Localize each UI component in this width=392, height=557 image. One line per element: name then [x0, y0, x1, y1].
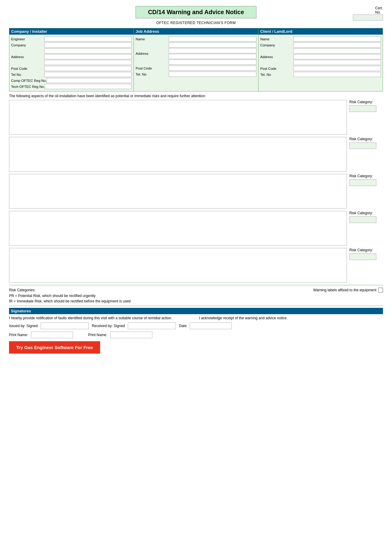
job-address-input-3[interactable]	[169, 54, 256, 59]
issued-label: Issued by: Signed	[9, 324, 38, 328]
risk-footer: Risk Categories: Warning labels affixed …	[9, 285, 383, 306]
risk-categories-label: Risk Categories:	[9, 288, 35, 292]
risk-category-input-4[interactable]	[349, 216, 376, 223]
risk-category-input-5[interactable]	[349, 253, 376, 260]
risk-textarea-2[interactable]	[9, 137, 347, 172]
tel-label: Tel No.	[11, 73, 44, 76]
tel-row: Tel No.	[11, 72, 132, 77]
issued-signed-input[interactable]	[41, 323, 89, 329]
received-label: Received by: Signed	[92, 324, 125, 328]
engineer-input[interactable]	[44, 36, 132, 42]
risk-block-1: Risk Category:	[9, 100, 383, 135]
address-row: Address	[11, 48, 132, 65]
client-company-input[interactable]	[293, 42, 381, 48]
ir-text: IR = Immediate Risk, which should be rec…	[9, 299, 383, 303]
cert-number-input[interactable]	[353, 14, 383, 20]
print-name-input-1[interactable]	[31, 332, 73, 338]
client-postcode-input[interactable]	[293, 66, 381, 71]
client-address-input-3[interactable]	[293, 60, 381, 65]
job-name-label: Name	[136, 37, 169, 41]
warning-labels-text: Warning labels affixed to the equipment	[313, 288, 376, 292]
header-row: CD/14 Warning and Advice Notice Cert.No.	[9, 6, 383, 18]
risk-category-label-1: Risk Category:	[349, 100, 373, 104]
client-header: Client / LandLord	[259, 28, 383, 35]
risk-category-col-4: Risk Category:	[347, 211, 383, 223]
columns-section: Company / Installer Engineer Company Add…	[9, 28, 383, 91]
address-input-1[interactable]	[44, 48, 132, 54]
address-label: Address	[11, 55, 44, 59]
tel-input[interactable]	[44, 72, 132, 77]
received-signed-input[interactable]	[128, 323, 176, 329]
risk-category-col-1: Risk Category:	[347, 100, 383, 112]
comp-oftec-label: Comp OFTEC Reg No.	[11, 79, 47, 82]
sig-text-left: I hearby provide notification of faults …	[9, 316, 193, 320]
sig-fields-row: Issued by: Signed Received by: Signed Da…	[9, 323, 383, 329]
risk-category-col-2: Risk Category:	[347, 137, 383, 149]
company-row: Company	[11, 42, 132, 48]
client-col: Client / LandLord Name Company Address P…	[259, 28, 383, 91]
risk-footer-row1: Risk Categories: Warning labels affixed …	[9, 288, 383, 292]
job-address-input-1[interactable]	[169, 42, 256, 48]
sig-text-right: I acknowledge receipt of the warning and…	[199, 316, 383, 320]
risk-category-label-5: Risk Category:	[349, 248, 373, 252]
risk-category-col-3: Risk Category:	[347, 174, 383, 186]
risk-textarea-5[interactable]	[9, 248, 347, 283]
risk-category-input-2[interactable]	[349, 142, 376, 149]
client-postcode-label: Post Code	[260, 67, 293, 70]
print-name-input-2[interactable]	[110, 332, 152, 338]
risk-block-5: Risk Category:	[9, 248, 383, 283]
address-input-2[interactable]	[44, 54, 132, 59]
job-postcode-input[interactable]	[169, 66, 256, 71]
signatures-header: Signatures	[9, 308, 383, 314]
engineer-label: Engineer	[11, 37, 44, 41]
client-postcode-row: Post Code	[260, 66, 381, 71]
job-address-input-2[interactable]	[169, 48, 256, 53]
job-tel-input[interactable]	[169, 72, 256, 77]
risk-category-label-2: Risk Category:	[349, 137, 373, 141]
risk-category-input-1[interactable]	[349, 105, 376, 112]
client-address-input-1[interactable]	[293, 48, 381, 54]
postcode-row: Post Code	[11, 66, 132, 71]
client-address-label: Address	[260, 55, 293, 59]
warning-checkbox[interactable]	[378, 288, 383, 292]
postcode-label: Post Code	[11, 67, 44, 70]
engineer-row: Engineer	[11, 36, 132, 42]
job-postcode-label: Post Code	[136, 67, 169, 70]
comp-oftec-input[interactable]	[47, 78, 132, 83]
postcode-input[interactable]	[44, 66, 132, 71]
comp-oftec-row: Comp OFTEC Reg No.	[11, 78, 132, 83]
risk-category-col-5: Risk Category:	[347, 248, 383, 260]
risk-textarea-4[interactable]	[9, 211, 347, 246]
job-address-header: Job Address	[134, 28, 258, 35]
risk-textarea-1[interactable]	[9, 100, 347, 135]
client-address-inputs	[293, 48, 381, 65]
client-name-row: Name	[260, 36, 381, 42]
cert-box: Cert.No.	[353, 6, 383, 20]
company-input[interactable]	[44, 42, 132, 48]
client-company-row: Company	[260, 42, 381, 48]
try-button[interactable]: Try Gas Engineer Software For Free	[9, 341, 100, 354]
risk-textarea-3[interactable]	[9, 174, 347, 209]
job-tel-label: Tel. No	[136, 73, 169, 76]
tech-oftec-row: Tech OFTEC Reg No.	[11, 84, 132, 89]
address-input-3[interactable]	[44, 60, 132, 65]
job-address-input-4[interactable]	[169, 60, 256, 65]
risk-block-3: Risk Category:	[9, 174, 383, 209]
print-name-row: Print Name: Print Name:	[9, 332, 383, 338]
job-address-col: Job Address Name Address Post Code Tel.	[134, 28, 258, 91]
risk-block-4: Risk Category:	[9, 211, 383, 246]
risk-category-input-3[interactable]	[349, 179, 376, 186]
date-label: Date	[179, 324, 186, 328]
address-inputs	[44, 48, 132, 65]
tech-oftec-input[interactable]	[45, 84, 132, 89]
warning-labels-row: Warning labels affixed to the equipment	[313, 288, 383, 292]
date-input[interactable]	[190, 323, 232, 329]
client-tel-input[interactable]	[293, 72, 381, 77]
client-name-input[interactable]	[293, 36, 381, 42]
client-address-input-2[interactable]	[293, 54, 381, 59]
job-name-input[interactable]	[169, 36, 256, 42]
subtitle: OFTEC REGISTERED TECHNICIAN'S FORM	[9, 21, 383, 25]
title-box: CD/14 Warning and Advice Notice	[136, 6, 256, 18]
sig-text-row: I hearby provide notification of faults …	[9, 316, 383, 320]
job-postcode-row: Post Code	[136, 66, 256, 71]
